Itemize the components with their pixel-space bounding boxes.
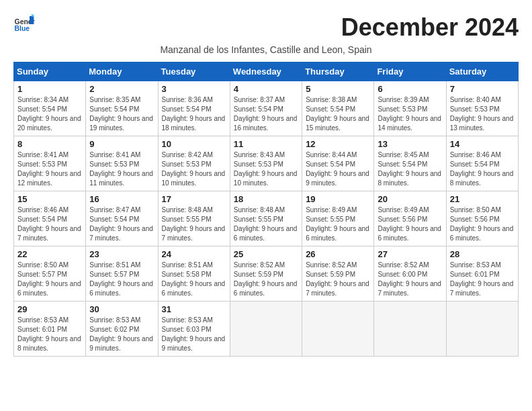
day-number: 21 — [450, 194, 515, 204]
table-row: 13 Sunrise: 8:45 AMSunset: 5:54 PMDaylig… — [374, 136, 446, 191]
day-number: 30 — [89, 304, 154, 314]
calendar-week-row: 1 Sunrise: 8:34 AMSunset: 5:54 PMDayligh… — [14, 81, 519, 136]
table-row: 6 Sunrise: 8:39 AMSunset: 5:53 PMDayligh… — [374, 81, 446, 136]
table-row: 26 Sunrise: 8:52 AMSunset: 5:59 PMDaylig… — [302, 246, 374, 302]
col-friday: Friday — [374, 62, 446, 81]
day-detail: Sunrise: 8:40 AMSunset: 5:53 PMDaylight:… — [450, 96, 514, 132]
day-number: 15 — [17, 194, 82, 204]
day-detail: Sunrise: 8:37 AMSunset: 5:54 PMDaylight:… — [234, 96, 298, 132]
col-wednesday: Wednesday — [230, 62, 302, 81]
table-row — [230, 302, 302, 357]
table-row: 15 Sunrise: 8:46 AMSunset: 5:54 PMDaylig… — [14, 191, 86, 246]
day-number: 17 — [162, 194, 226, 204]
table-row: 4 Sunrise: 8:37 AMSunset: 5:54 PMDayligh… — [230, 81, 302, 136]
day-number: 19 — [306, 194, 370, 204]
table-row: 28 Sunrise: 8:53 AMSunset: 6:01 PMDaylig… — [446, 246, 518, 302]
day-number: 18 — [234, 194, 298, 204]
page-header: General Blue December 2024 — [13, 13, 519, 42]
col-sunday: Sunday — [14, 62, 86, 81]
table-row: 21 Sunrise: 8:50 AMSunset: 5:56 PMDaylig… — [446, 191, 518, 246]
day-number: 1 — [17, 84, 82, 94]
day-detail: Sunrise: 8:47 AMSunset: 5:54 PMDaylight:… — [89, 206, 153, 242]
table-row: 24 Sunrise: 8:51 AMSunset: 5:58 PMDaylig… — [158, 246, 230, 302]
calendar-week-row: 22 Sunrise: 8:50 AMSunset: 5:57 PMDaylig… — [14, 246, 519, 302]
table-row: 22 Sunrise: 8:50 AMSunset: 5:57 PMDaylig… — [14, 246, 86, 302]
table-row: 30 Sunrise: 8:53 AMSunset: 6:02 PMDaylig… — [86, 302, 158, 357]
day-detail: Sunrise: 8:52 AMSunset: 6:00 PMDaylight:… — [378, 261, 441, 297]
logo: General Blue — [13, 13, 35, 35]
day-detail: Sunrise: 8:46 AMSunset: 5:54 PMDaylight:… — [17, 206, 81, 242]
table-row: 20 Sunrise: 8:49 AMSunset: 5:56 PMDaylig… — [374, 191, 446, 246]
table-row: 12 Sunrise: 8:44 AMSunset: 5:54 PMDaylig… — [302, 136, 374, 191]
calendar-week-row: 29 Sunrise: 8:53 AMSunset: 6:01 PMDaylig… — [14, 302, 519, 357]
svg-text:Blue: Blue — [15, 25, 30, 32]
day-detail: Sunrise: 8:41 AMSunset: 5:53 PMDaylight:… — [17, 151, 81, 187]
day-detail: Sunrise: 8:53 AMSunset: 6:03 PMDaylight:… — [162, 316, 226, 352]
day-detail: Sunrise: 8:38 AMSunset: 5:54 PMDaylight:… — [306, 96, 369, 132]
day-number: 22 — [17, 249, 82, 259]
table-row: 5 Sunrise: 8:38 AMSunset: 5:54 PMDayligh… — [302, 81, 374, 136]
logo-icon: General Blue — [13, 13, 35, 35]
table-row: 31 Sunrise: 8:53 AMSunset: 6:03 PMDaylig… — [158, 302, 230, 357]
day-detail: Sunrise: 8:53 AMSunset: 6:01 PMDaylight:… — [450, 261, 514, 297]
table-row — [374, 302, 446, 357]
day-number: 20 — [378, 194, 442, 204]
day-number: 31 — [162, 304, 226, 314]
table-row: 17 Sunrise: 8:48 AMSunset: 5:55 PMDaylig… — [158, 191, 230, 246]
table-row — [446, 302, 518, 357]
table-row: 18 Sunrise: 8:48 AMSunset: 5:55 PMDaylig… — [230, 191, 302, 246]
calendar-header-row: Sunday Monday Tuesday Wednesday Thursday… — [14, 62, 519, 81]
day-detail: Sunrise: 8:45 AMSunset: 5:54 PMDaylight:… — [378, 151, 441, 187]
day-number: 8 — [17, 139, 82, 149]
month-title: December 2024 — [341, 13, 519, 42]
day-number: 23 — [89, 249, 154, 259]
location-subtitle: Manzanal de los Infantes, Castille and L… — [13, 44, 519, 55]
day-detail: Sunrise: 8:34 AMSunset: 5:54 PMDaylight:… — [17, 96, 81, 132]
day-detail: Sunrise: 8:52 AMSunset: 5:59 PMDaylight:… — [306, 261, 369, 297]
day-number: 5 — [306, 84, 370, 94]
day-detail: Sunrise: 8:39 AMSunset: 5:53 PMDaylight:… — [378, 96, 441, 132]
day-detail: Sunrise: 8:44 AMSunset: 5:54 PMDaylight:… — [306, 151, 369, 187]
table-row: 10 Sunrise: 8:42 AMSunset: 5:53 PMDaylig… — [158, 136, 230, 191]
day-detail: Sunrise: 8:50 AMSunset: 5:57 PMDaylight:… — [17, 261, 81, 297]
day-number: 13 — [378, 139, 442, 149]
table-row: 7 Sunrise: 8:40 AMSunset: 5:53 PMDayligh… — [446, 81, 518, 136]
day-detail: Sunrise: 8:52 AMSunset: 5:59 PMDaylight:… — [234, 261, 298, 297]
table-row: 19 Sunrise: 8:49 AMSunset: 5:55 PMDaylig… — [302, 191, 374, 246]
table-row: 8 Sunrise: 8:41 AMSunset: 5:53 PMDayligh… — [14, 136, 86, 191]
col-tuesday: Tuesday — [158, 62, 230, 81]
table-row — [302, 302, 374, 357]
table-row: 25 Sunrise: 8:52 AMSunset: 5:59 PMDaylig… — [230, 246, 302, 302]
day-detail: Sunrise: 8:51 AMSunset: 5:58 PMDaylight:… — [162, 261, 226, 297]
col-thursday: Thursday — [302, 62, 374, 81]
day-detail: Sunrise: 8:51 AMSunset: 5:57 PMDaylight:… — [89, 261, 153, 297]
day-detail: Sunrise: 8:49 AMSunset: 5:55 PMDaylight:… — [306, 206, 369, 242]
calendar-week-row: 8 Sunrise: 8:41 AMSunset: 5:53 PMDayligh… — [14, 136, 519, 191]
day-number: 10 — [162, 139, 226, 149]
day-detail: Sunrise: 8:49 AMSunset: 5:56 PMDaylight:… — [378, 206, 441, 242]
day-number: 25 — [234, 249, 298, 259]
day-number: 4 — [234, 84, 298, 94]
day-detail: Sunrise: 8:50 AMSunset: 5:56 PMDaylight:… — [450, 206, 514, 242]
table-row: 2 Sunrise: 8:35 AMSunset: 5:54 PMDayligh… — [86, 81, 158, 136]
day-number: 2 — [89, 84, 154, 94]
table-row: 16 Sunrise: 8:47 AMSunset: 5:54 PMDaylig… — [86, 191, 158, 246]
day-number: 7 — [450, 84, 515, 94]
day-number: 11 — [234, 139, 298, 149]
day-detail: Sunrise: 8:53 AMSunset: 6:01 PMDaylight:… — [17, 316, 81, 352]
day-number: 3 — [162, 84, 226, 94]
day-number: 24 — [162, 249, 226, 259]
col-saturday: Saturday — [446, 62, 518, 81]
calendar-table: Sunday Monday Tuesday Wednesday Thursday… — [13, 62, 519, 357]
day-number: 12 — [306, 139, 370, 149]
day-detail: Sunrise: 8:41 AMSunset: 5:53 PMDaylight:… — [89, 151, 153, 187]
day-detail: Sunrise: 8:42 AMSunset: 5:53 PMDaylight:… — [162, 151, 226, 187]
day-number: 28 — [450, 249, 515, 259]
day-detail: Sunrise: 8:48 AMSunset: 5:55 PMDaylight:… — [162, 206, 226, 242]
table-row: 11 Sunrise: 8:43 AMSunset: 5:53 PMDaylig… — [230, 136, 302, 191]
day-number: 16 — [89, 194, 154, 204]
day-number: 26 — [306, 249, 370, 259]
day-detail: Sunrise: 8:46 AMSunset: 5:54 PMDaylight:… — [450, 151, 514, 187]
day-number: 29 — [17, 304, 82, 314]
table-row: 3 Sunrise: 8:36 AMSunset: 5:54 PMDayligh… — [158, 81, 230, 136]
